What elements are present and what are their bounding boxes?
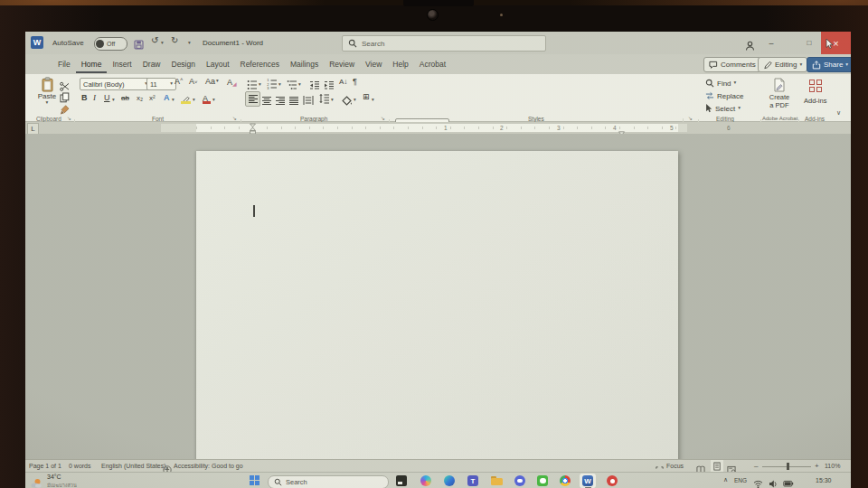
- align-center-button[interactable]: [261, 93, 272, 109]
- text-effects-caret-icon[interactable]: ▾: [172, 98, 175, 103]
- grow-font-button[interactable]: A˄: [175, 77, 184, 86]
- wifi-icon[interactable]: [753, 476, 763, 488]
- document-workspace[interactable]: [25, 134, 851, 459]
- paste-button[interactable]: Paste ▾: [34, 77, 60, 106]
- weather-icon[interactable]: [31, 475, 42, 488]
- discord-icon[interactable]: [514, 475, 525, 486]
- red-app-icon[interactable]: [607, 475, 618, 486]
- borders-button[interactable]: ⊞: [363, 92, 370, 101]
- share-button[interactable]: Share ▾: [807, 57, 851, 72]
- change-case-button[interactable]: Aa▾: [205, 77, 219, 86]
- shrink-font-button[interactable]: A˅: [189, 77, 198, 86]
- customize-toolbar-caret-icon[interactable]: ▾: [188, 41, 191, 46]
- chrome-icon[interactable]: [560, 475, 571, 486]
- align-left-button[interactable]: [245, 91, 260, 107]
- maximize-button[interactable]: □: [799, 32, 819, 54]
- line-icon[interactable]: [537, 475, 548, 486]
- sort-button[interactable]: A↓: [339, 78, 347, 86]
- tab-home[interactable]: Home: [76, 55, 108, 73]
- bullets-caret-icon[interactable]: ▾: [259, 82, 261, 88]
- highlight-button[interactable]: [181, 92, 191, 104]
- zoom-in-button[interactable]: +: [815, 462, 819, 470]
- text-effects-button[interactable]: A: [164, 93, 170, 102]
- ruler-strip[interactable]: 1 2 3 4 5 6: [161, 124, 687, 132]
- font-size-select[interactable]: 11 ▾: [146, 78, 176, 90]
- document-page[interactable]: [196, 151, 678, 459]
- tab-view[interactable]: View: [360, 55, 387, 73]
- editing-mode-button[interactable]: Editing ▾: [758, 57, 807, 72]
- font-dialog-launcher[interactable]: ↘: [232, 116, 237, 121]
- undo-caret-icon[interactable]: ▾: [161, 41, 164, 46]
- tray-chevron-icon[interactable]: ∧: [723, 476, 728, 483]
- page-count[interactable]: Page 1 of 1: [29, 463, 61, 469]
- underline-button[interactable]: U: [104, 93, 110, 102]
- create-pdf-button[interactable]: Create a PDF: [765, 78, 794, 109]
- start-button[interactable]: [250, 475, 259, 485]
- tab-file[interactable]: File: [52, 55, 76, 73]
- line-spacing-button[interactable]: [319, 92, 330, 108]
- language-indicator[interactable]: ENG: [734, 477, 747, 483]
- superscript-button[interactable]: x²: [149, 94, 156, 102]
- weather-temperature[interactable]: 34°C: [47, 474, 61, 480]
- borders-caret-icon[interactable]: ▾: [372, 98, 374, 103]
- tab-acrobat[interactable]: Acrobat: [414, 55, 451, 73]
- focus-mode-button[interactable]: Focus: [666, 463, 684, 469]
- highlight-caret-icon[interactable]: ▾: [193, 98, 195, 103]
- align-right-button[interactable]: [275, 93, 286, 109]
- word-count[interactable]: 0 words: [69, 463, 91, 469]
- file-explorer-icon[interactable]: [491, 476, 503, 485]
- styles-dialog-launcher[interactable]: ↘: [688, 116, 693, 121]
- print-layout-view-button[interactable]: [711, 460, 723, 472]
- tab-references[interactable]: References: [235, 55, 285, 73]
- language-status[interactable]: English (United States): [101, 463, 166, 469]
- underline-caret-icon[interactable]: ▾: [112, 98, 115, 103]
- copilot-icon[interactable]: [420, 475, 431, 486]
- clock[interactable]: 15:30: [816, 477, 832, 483]
- tab-insert[interactable]: Insert: [107, 55, 137, 73]
- autosave-toggle[interactable]: Off: [94, 37, 127, 51]
- font-family-select[interactable]: Calibri (Body) ▾: [80, 78, 151, 90]
- show-formatting-button[interactable]: ¶: [353, 77, 357, 86]
- tab-mailings[interactable]: Mailings: [285, 55, 324, 73]
- shading-button[interactable]: [342, 93, 353, 109]
- numbering-button[interactable]: [267, 78, 278, 94]
- font-color-button[interactable]: A: [203, 92, 208, 104]
- multilevel-caret-icon[interactable]: ▾: [298, 82, 301, 88]
- taskbar-search-box[interactable]: Search: [268, 475, 389, 488]
- tab-design[interactable]: Design: [166, 55, 201, 73]
- tab-review[interactable]: Review: [324, 55, 360, 73]
- accessibility-status[interactable]: Accessibility: Good to go: [174, 463, 243, 469]
- numbering-caret-icon[interactable]: ▾: [278, 82, 281, 88]
- zoom-out-button[interactable]: –: [754, 462, 758, 470]
- tab-draw[interactable]: Draw: [137, 55, 166, 73]
- distribute-button[interactable]: [303, 93, 314, 109]
- strikethrough-button[interactable]: ab: [121, 94, 129, 102]
- save-icon[interactable]: [134, 37, 144, 53]
- tab-layout[interactable]: Layout: [201, 55, 235, 73]
- justify-button[interactable]: [288, 93, 299, 109]
- multilevel-list-button[interactable]: [287, 78, 297, 94]
- italic-button[interactable]: I: [93, 93, 96, 102]
- comments-button[interactable]: Comments: [703, 57, 761, 72]
- clear-formatting-button[interactable]: A◢: [227, 77, 237, 87]
- volume-icon[interactable]: [769, 476, 778, 488]
- account-person-icon[interactable]: [745, 38, 755, 54]
- select-button[interactable]: Select ▾: [705, 104, 741, 113]
- weather-condition[interactable]: มีเมฆบางส่วน: [47, 482, 77, 488]
- paragraph-dialog-launcher[interactable]: ↘: [381, 116, 385, 121]
- tab-help[interactable]: Help: [387, 55, 413, 73]
- redo-icon[interactable]: ↻: [171, 35, 178, 45]
- bold-button[interactable]: B: [81, 93, 88, 102]
- subscript-button[interactable]: x₂: [137, 94, 143, 102]
- dark-app-icon[interactable]: [396, 475, 407, 486]
- font-color-caret-icon[interactable]: ▾: [212, 98, 215, 103]
- shading-caret-icon[interactable]: ▾: [354, 98, 356, 103]
- edge-icon[interactable]: [444, 475, 455, 486]
- zoom-slider-thumb[interactable]: [787, 463, 789, 470]
- add-ins-button[interactable]: [809, 80, 822, 92]
- find-button[interactable]: Find ▾: [705, 79, 736, 88]
- clipboard-dialog-launcher[interactable]: ↘: [67, 116, 71, 121]
- title-search-box[interactable]: Search: [342, 35, 546, 52]
- zoom-level[interactable]: 110%: [825, 463, 840, 469]
- battery-icon[interactable]: [783, 476, 794, 488]
